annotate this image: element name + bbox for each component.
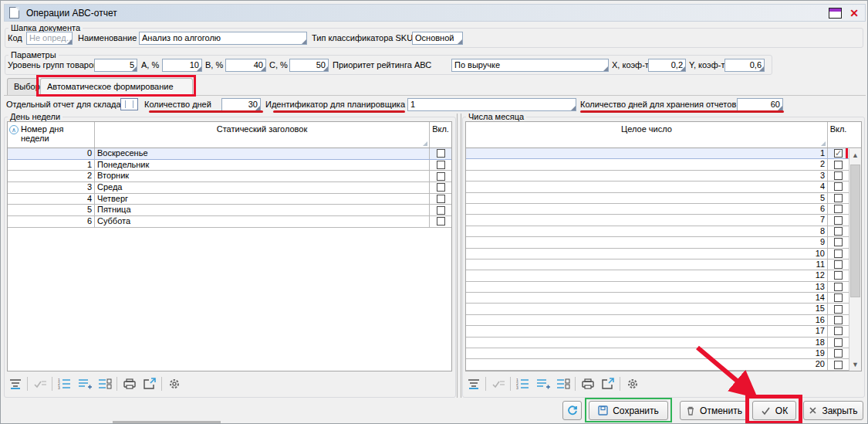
tab-auto-forming[interactable]: Автоматическое формирование — [40, 78, 193, 97]
list-add-icon[interactable] — [535, 376, 551, 392]
scrollbar-thumb[interactable] — [850, 165, 860, 297]
column-header-enabled[interactable]: Вкл. — [827, 122, 849, 148]
numbered-list-icon[interactable]: 123 — [515, 376, 531, 392]
row-checkbox[interactable] — [437, 161, 445, 169]
scroll-up-icon[interactable]: ▲ — [849, 149, 861, 161]
row-checkbox[interactable] — [834, 249, 843, 258]
row-checkbox[interactable] — [834, 361, 843, 369]
table-row[interactable]: 4Четверг — [8, 194, 451, 205]
row-checkbox[interactable] — [834, 327, 843, 335]
tab-select[interactable]: Выбор — [7, 78, 39, 95]
table-row[interactable]: 10 — [466, 249, 849, 259]
validate-list-icon[interactable] — [32, 376, 48, 392]
table-row[interactable]: 2 — [466, 159, 849, 170]
row-checkbox[interactable] — [834, 205, 843, 213]
ok-button[interactable]: ОК — [752, 401, 796, 420]
table-row[interactable]: 14 — [466, 293, 849, 304]
table-row[interactable]: 2Вторник — [8, 171, 451, 182]
table-row[interactable]: 0Воскресенье — [8, 148, 451, 160]
numbered-list-icon[interactable]: 123 — [56, 376, 73, 392]
open-external-icon[interactable] — [599, 376, 616, 392]
row-checkbox[interactable] — [834, 305, 843, 314]
column-header-static-title[interactable]: Статический заголовок — [95, 122, 429, 148]
sort-filter-icon[interactable] — [465, 376, 481, 392]
table-row[interactable]: 1Понедельник — [8, 160, 451, 171]
y-coef-field[interactable]: 0,6 — [724, 59, 765, 72]
list-add-icon[interactable] — [76, 376, 93, 392]
row-checkbox[interactable] — [834, 161, 843, 169]
row-checkbox[interactable] — [834, 194, 843, 202]
print-icon[interactable] — [121, 376, 137, 392]
close-button[interactable]: Закрыть — [803, 401, 863, 420]
a-percent-field[interactable]: 10 — [162, 59, 202, 72]
table-row[interactable]: 9 — [466, 237, 849, 248]
code-field[interactable]: Не опред… — [26, 32, 73, 45]
table-row[interactable]: 4 — [466, 181, 849, 192]
validate-list-icon[interactable] — [490, 376, 506, 392]
level-field[interactable]: 5 — [94, 59, 137, 72]
priority-field[interactable]: По выручке — [451, 59, 609, 72]
scroll-down-icon[interactable]: ▼ — [849, 358, 861, 371]
column-header-day-number[interactable]: ∧ Номер дня недели — [8, 122, 95, 148]
row-checkbox[interactable] — [834, 316, 843, 324]
sort-filter-icon[interactable] — [7, 376, 23, 392]
row-checkbox[interactable] — [834, 227, 843, 236]
table-row[interactable]: 19 — [466, 348, 849, 359]
row-checkbox[interactable] — [834, 238, 843, 246]
row-checkbox[interactable] — [437, 172, 445, 181]
table-row[interactable]: 15 — [466, 304, 849, 314]
column-header-integer[interactable]: Целое число — [466, 122, 827, 148]
table-row[interactable]: 18 — [466, 338, 849, 348]
row-checkbox[interactable] — [834, 349, 843, 358]
settings-icon[interactable] — [166, 376, 182, 392]
save-button[interactable]: Сохранить — [589, 401, 668, 420]
table-row[interactable]: 13 — [466, 282, 849, 293]
list-columns-icon[interactable] — [555, 376, 571, 392]
row-checkbox[interactable] — [834, 293, 843, 302]
row-checkbox[interactable] — [834, 171, 843, 180]
row-checkbox[interactable] — [437, 217, 445, 226]
table-row[interactable]: 12 — [466, 270, 849, 281]
table-row[interactable]: 7 — [466, 215, 849, 226]
print-icon[interactable] — [579, 376, 596, 392]
sort-asc-icon[interactable]: ∧ — [9, 125, 19, 134]
refresh-button[interactable] — [562, 401, 582, 420]
maximize-icon[interactable] — [829, 8, 842, 19]
table-row[interactable]: 3 — [466, 171, 849, 181]
row-checkbox[interactable] — [834, 271, 843, 280]
row-checkbox[interactable] — [834, 216, 843, 225]
settings-icon[interactable] — [624, 376, 640, 392]
scheduler-id-field[interactable]: 1 — [407, 98, 576, 111]
table-row[interactable]: 5Пятница — [8, 205, 451, 216]
x-coef-field[interactable]: 0,2 — [648, 59, 686, 72]
row-checkbox[interactable] — [437, 183, 445, 192]
table-row[interactable]: 20 — [466, 359, 849, 370]
row-checkbox[interactable] — [437, 195, 445, 203]
name-field[interactable]: Анализ по алгоголю — [139, 32, 307, 45]
row-checkbox[interactable] — [437, 149, 445, 158]
sku-type-field[interactable]: Основной — [412, 32, 463, 45]
column-header-enabled[interactable]: Вкл. — [429, 122, 451, 148]
table-row[interactable]: 5 — [466, 193, 849, 204]
c-percent-field[interactable]: 50 — [289, 59, 329, 72]
row-checkbox[interactable] — [834, 260, 843, 269]
b-percent-field[interactable]: 40 — [225, 59, 266, 72]
table-row[interactable]: 8 — [466, 226, 849, 237]
cancel-button[interactable]: Отменить — [680, 401, 748, 420]
table-row[interactable]: 6Суббота — [8, 216, 451, 228]
panel-splitter[interactable] — [457, 114, 461, 398]
table-row[interactable]: 6 — [466, 204, 849, 215]
table-row[interactable]: 11 — [466, 259, 849, 270]
row-checkbox[interactable] — [437, 206, 445, 215]
close-icon[interactable]: ✕ — [849, 8, 859, 19]
table-row[interactable]: 17 — [466, 326, 849, 337]
table-row[interactable]: 3Среда — [8, 182, 451, 194]
row-checkbox[interactable] — [834, 149, 843, 158]
row-checkbox[interactable] — [834, 182, 843, 191]
table-row[interactable]: 1 — [466, 148, 849, 159]
table-row[interactable]: 16 — [466, 315, 849, 326]
storage-days-field[interactable]: 60 — [737, 98, 783, 111]
row-checkbox[interactable] — [834, 283, 843, 291]
vertical-scrollbar[interactable]: ▲ ▼ — [849, 149, 861, 371]
open-external-icon[interactable] — [141, 376, 157, 392]
